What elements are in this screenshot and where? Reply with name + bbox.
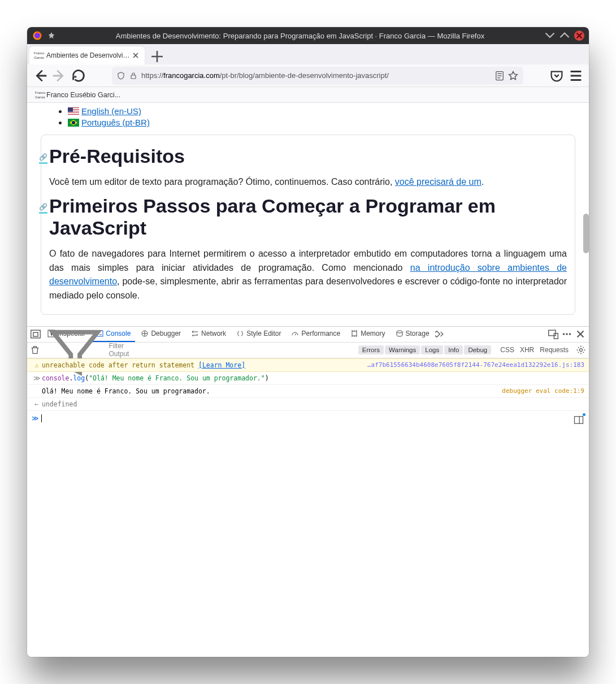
- svg-point-13: [563, 334, 565, 336]
- tab-title: Ambientes de Desenvolvimen: [46, 51, 131, 59]
- tab-performance[interactable]: Performance: [287, 327, 345, 342]
- cat-requests[interactable]: Requests: [540, 346, 569, 354]
- split-console-icon[interactable]: [573, 414, 584, 426]
- iframe-picker-icon[interactable]: [29, 328, 42, 340]
- console-output: ⚠ unreachable code after return statemen…: [27, 358, 589, 657]
- svg-point-15: [569, 334, 571, 336]
- network-icon: [191, 330, 199, 337]
- performance-icon: [291, 330, 299, 337]
- svg-point-10: [397, 331, 402, 333]
- chip-info[interactable]: Info: [444, 345, 463, 354]
- minimize-button[interactable]: [545, 31, 555, 41]
- tab-strip: Franco Garcia Ambientes de Desenvolvimen: [27, 44, 589, 64]
- tab-network[interactable]: Network: [186, 327, 231, 342]
- chip-warnings[interactable]: Warnings: [385, 345, 420, 354]
- lock-icon[interactable]: [129, 71, 138, 80]
- source-link[interactable]: …af7b61556634b4608e7605f8f2144-767e24eea…: [367, 360, 584, 370]
- window-title: Ambientes de Desenvolvimento: Preparando…: [55, 32, 545, 40]
- log-level-chips: Errors Warnings Logs Info Debug: [358, 345, 491, 354]
- new-tab-button[interactable]: [149, 49, 165, 64]
- style-icon: [236, 330, 244, 337]
- svg-rect-17: [575, 417, 583, 424]
- tab-memory[interactable]: Memory: [346, 327, 389, 342]
- cat-css[interactable]: CSS: [500, 346, 514, 354]
- responsive-mode-icon[interactable]: [547, 328, 559, 340]
- text-cursor: [41, 414, 42, 422]
- pocket-icon[interactable]: [548, 67, 565, 84]
- lang-en-link[interactable]: English (en-US): [68, 106, 141, 116]
- navbar: https://francogarcia.com/pt-br/blog/ambi…: [27, 64, 589, 87]
- chip-errors[interactable]: Errors: [358, 345, 384, 354]
- devtools-close-icon[interactable]: [574, 328, 587, 340]
- forward-button[interactable]: [51, 67, 68, 84]
- storage-icon: [396, 330, 404, 337]
- br-flag-icon: [68, 119, 79, 127]
- article-body: 🔗Pré-Requisitos Você tem um editor de te…: [41, 135, 575, 315]
- devtools-panel: Inspector Console Debugger Network Style…: [27, 326, 589, 657]
- source-link[interactable]: debugger eval code:1:9: [502, 386, 584, 396]
- maximize-button[interactable]: [559, 31, 570, 41]
- titlebar: Ambientes de Desenvolvimento: Preparando…: [27, 27, 589, 44]
- close-button[interactable]: [574, 31, 584, 41]
- console-warning-row[interactable]: ⚠ unreachable code after return statemen…: [27, 358, 589, 372]
- svg-rect-9: [352, 331, 357, 336]
- favicon: Franco Garcia: [34, 51, 43, 60]
- svg-rect-5: [33, 333, 38, 337]
- bookmarks-bar: Franco Garcia Franco Eusébio Garci...: [27, 87, 589, 103]
- anchor-link-icon[interactable]: 🔗: [39, 203, 47, 214]
- tab-close-icon[interactable]: [131, 51, 140, 60]
- console-output-row[interactable]: Olá! Meu nome é Franco. Sou um programad…: [27, 385, 589, 398]
- console-filter-bar: Filter Output Errors Warnings Logs Info …: [27, 343, 589, 358]
- paragraph: O fato de navegadores para Internet perm…: [49, 247, 567, 303]
- anchor-link-icon[interactable]: 🔗: [39, 153, 47, 164]
- console-input-row[interactable]: ≫ console.log("Olá! Meu nome é Franco. S…: [27, 372, 589, 385]
- reload-button[interactable]: [70, 67, 87, 84]
- bookmark-item[interactable]: Franco Garcia Franco Eusébio Garci...: [32, 89, 124, 101]
- svg-point-14: [566, 334, 568, 336]
- filter-categories: CSS XHR Requests: [500, 346, 569, 354]
- heading-first-steps: 🔗Primeiros Passos para Começar a Program…: [49, 195, 567, 239]
- console-settings-icon[interactable]: [575, 344, 587, 356]
- shield-icon[interactable]: [116, 71, 125, 80]
- warning-icon: ⚠: [32, 360, 42, 370]
- svg-rect-2: [131, 75, 136, 79]
- browser-tab[interactable]: Franco Garcia Ambientes de Desenvolvimen: [29, 46, 145, 64]
- editor-link[interactable]: você precisará de um: [395, 177, 481, 187]
- overflow-icon[interactable]: [435, 328, 448, 340]
- memory-icon: [350, 330, 358, 337]
- reader-mode-icon[interactable]: [494, 70, 505, 81]
- bookmark-star-icon[interactable]: [507, 70, 519, 81]
- menu-button[interactable]: [567, 67, 584, 84]
- kebab-menu-icon[interactable]: [561, 328, 573, 340]
- debugger-icon: [141, 330, 149, 337]
- svg-point-1: [34, 33, 40, 38]
- tab-debugger[interactable]: Debugger: [136, 327, 185, 342]
- learn-more-link[interactable]: [Learn More]: [198, 361, 245, 369]
- us-flag-icon: [68, 107, 79, 115]
- console-return-row[interactable]: ← undefined: [27, 398, 589, 411]
- url-text: https://francogarcia.com/pt-br/blog/ambi…: [141, 71, 492, 80]
- svg-point-16: [580, 349, 583, 352]
- prompt-icon: ≫: [32, 414, 40, 426]
- paragraph: Você tem um editor de texto para program…: [49, 175, 567, 189]
- chip-logs[interactable]: Logs: [421, 345, 443, 354]
- tab-style-editor[interactable]: Style Editor: [232, 327, 285, 342]
- scrollbar-thumb[interactable]: [583, 214, 589, 253]
- favicon: Franco Garcia: [35, 90, 44, 99]
- clear-console-icon[interactable]: [29, 344, 41, 356]
- pin-icon[interactable]: [47, 32, 55, 40]
- lang-pt-link[interactable]: Português (pt-BR): [68, 118, 150, 127]
- tab-storage[interactable]: Storage: [391, 327, 434, 342]
- back-button[interactable]: [32, 67, 49, 84]
- heading-prerequisites: 🔗Pré-Requisitos: [49, 145, 567, 167]
- chip-debug[interactable]: Debug: [464, 345, 491, 354]
- bookmark-label: Franco Eusébio Garci...: [46, 91, 120, 99]
- cat-xhr[interactable]: XHR: [520, 346, 534, 354]
- language-list: English (en-US) Português (pt-BR): [41, 106, 575, 128]
- page-content: English (en-US) Português (pt-BR) 🔗Pré-R…: [27, 103, 589, 657]
- url-bar[interactable]: https://francogarcia.com/pt-br/blog/ambi…: [112, 67, 523, 85]
- console-prompt[interactable]: ≫: [27, 411, 589, 429]
- return-arrow-icon: ←: [32, 399, 42, 409]
- firefox-icon: [32, 30, 43, 41]
- input-prompt-icon: ≫: [32, 373, 42, 383]
